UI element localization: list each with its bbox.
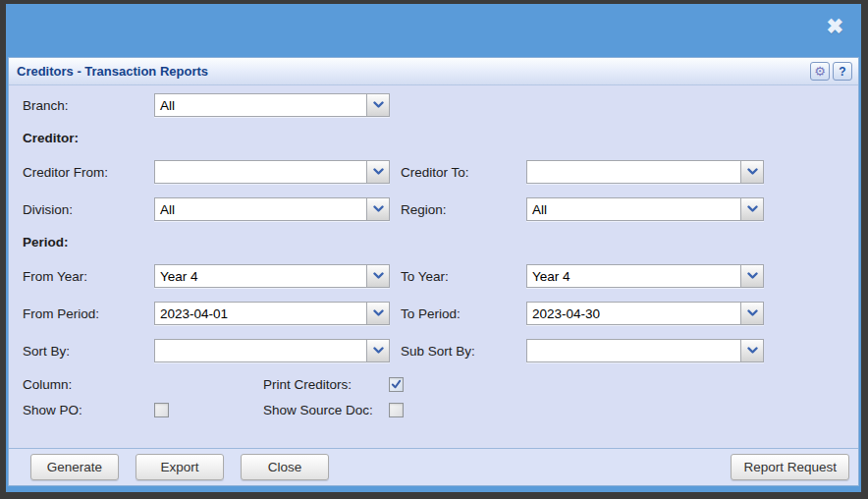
- from-period-label: From Period:: [23, 306, 154, 321]
- period-section-label: Period:: [23, 235, 858, 250]
- chevron-down-icon[interactable]: [740, 198, 763, 220]
- chevron-down-icon[interactable]: [740, 265, 763, 287]
- close-button[interactable]: Close: [241, 454, 329, 480]
- branch-value: All: [155, 98, 175, 113]
- year-row: From Year: Year 4 To Year: Year 4: [23, 264, 858, 288]
- region-select[interactable]: All: [526, 197, 764, 221]
- to-period-select[interactable]: 2023-04-30: [526, 302, 764, 325]
- division-region-row: Division: All Region: All: [23, 197, 858, 221]
- dialog-title: Creditors - Transaction Reports: [17, 64, 810, 79]
- chevron-down-icon[interactable]: [366, 198, 389, 220]
- chevron-down-icon[interactable]: [366, 265, 389, 287]
- to-period-value: 2023-04-30: [527, 306, 600, 321]
- from-period-select[interactable]: 2023-04-01: [154, 302, 390, 325]
- creditor-to-select[interactable]: [526, 160, 764, 184]
- sort-by-select[interactable]: [154, 339, 390, 362]
- region-value: All: [527, 202, 547, 217]
- generate-button[interactable]: Generate: [30, 454, 119, 480]
- branch-select[interactable]: All: [154, 93, 390, 117]
- from-year-select[interactable]: Year 4: [154, 264, 390, 288]
- chevron-down-icon[interactable]: [366, 161, 389, 183]
- print-creditors-label: Print Creditors:: [263, 377, 389, 392]
- chevron-down-icon[interactable]: [740, 161, 763, 183]
- column-label: Column:: [23, 377, 154, 392]
- creditor-to-label: Creditor To:: [401, 165, 526, 180]
- close-icon[interactable]: ✖: [826, 16, 843, 36]
- sort-by-label: Sort By:: [23, 344, 154, 359]
- region-label: Region:: [401, 202, 526, 217]
- creditor-section-label: Creditor:: [23, 131, 858, 146]
- sub-sort-by-label: Sub Sort By:: [401, 344, 526, 359]
- chevron-down-icon[interactable]: [740, 303, 763, 324]
- chevron-down-icon[interactable]: [366, 340, 389, 361]
- modal-window: ✖ Creditors - Transaction Reports ⚙ ? Br…: [6, 4, 861, 492]
- gear-icon[interactable]: ⚙: [810, 62, 830, 81]
- show-source-doc-checkbox[interactable]: [389, 403, 404, 417]
- to-year-select[interactable]: Year 4: [526, 264, 764, 288]
- to-year-label: To Year:: [401, 269, 526, 284]
- creditor-from-select[interactable]: [154, 160, 390, 184]
- to-period-label: To Period:: [401, 306, 526, 321]
- creditors-transaction-reports-dialog: Creditors - Transaction Reports ⚙ ? Bran…: [8, 57, 859, 486]
- sub-sort-by-select[interactable]: [526, 339, 764, 362]
- show-po-source-doc-row: Show PO: Show Source Doc:: [23, 402, 858, 417]
- print-creditors-checkbox[interactable]: [389, 377, 404, 392]
- show-source-doc-label: Show Source Doc:: [263, 403, 389, 417]
- branch-row: Branch: All: [23, 93, 858, 117]
- header-tools: ⚙ ?: [810, 62, 852, 81]
- report-request-button[interactable]: Report Request: [731, 454, 849, 480]
- dialog-footer: Generate Export Close Report Request: [9, 448, 858, 485]
- creditor-from-to-row: Creditor From: Creditor To:: [23, 160, 858, 184]
- sort-row: Sort By: Sub Sort By:: [23, 339, 858, 362]
- help-icon[interactable]: ?: [833, 62, 852, 81]
- division-value: All: [155, 202, 175, 217]
- dialog-body: Branch: All Creditor: Creditor From:: [9, 85, 858, 448]
- show-po-checkbox[interactable]: [154, 403, 169, 417]
- from-year-label: From Year:: [23, 269, 154, 284]
- from-period-value: 2023-04-01: [155, 306, 228, 321]
- show-po-label: Show PO:: [23, 403, 154, 417]
- chevron-down-icon[interactable]: [740, 340, 763, 361]
- export-button[interactable]: Export: [136, 454, 224, 480]
- dialog-header: Creditors - Transaction Reports ⚙ ?: [9, 58, 858, 85]
- period-dates-row: From Period: 2023-04-01 To Period: 2023-…: [23, 302, 858, 325]
- chevron-down-icon[interactable]: [366, 94, 389, 116]
- creditor-from-label: Creditor From:: [23, 165, 154, 180]
- division-select[interactable]: All: [154, 197, 390, 221]
- column-print-creditors-row: Column: Print Creditors:: [23, 376, 858, 392]
- division-label: Division:: [23, 202, 154, 217]
- chevron-down-icon[interactable]: [366, 303, 389, 324]
- from-year-value: Year 4: [155, 269, 198, 284]
- branch-label: Branch:: [23, 98, 154, 113]
- screen-frame: ✖ Creditors - Transaction Reports ⚙ ? Br…: [0, 0, 868, 499]
- to-year-value: Year 4: [527, 269, 570, 284]
